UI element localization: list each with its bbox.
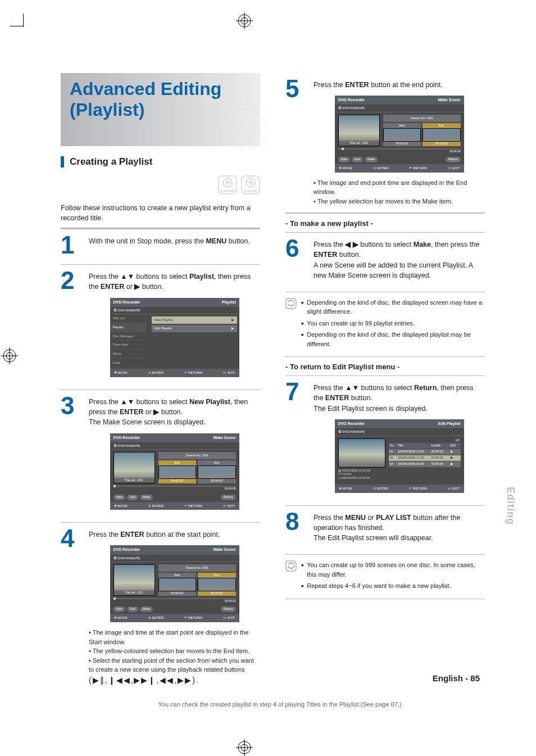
page-number: English - 85 bbox=[433, 673, 480, 683]
svg-rect-25 bbox=[286, 561, 296, 571]
step-number: 1 bbox=[61, 233, 89, 257]
svg-rect-24 bbox=[286, 298, 296, 309]
svg-point-14 bbox=[237, 120, 256, 139]
crop-mark bbox=[23, 13, 24, 27]
osd-make-scene: DVD-RecorderMake Scene ⦿ DVD-RAM(VR) Tit… bbox=[110, 433, 239, 510]
step-5: 5 Press the ENTER button at the end poin… bbox=[285, 73, 485, 212]
side-tab: Editing bbox=[505, 487, 516, 525]
registration-mark-icon bbox=[236, 12, 253, 29]
osd-playlist-menu: DVD-RecorderPlaylist ⦿ DVD-RAM(VR) Title… bbox=[110, 298, 239, 378]
svg-point-18 bbox=[226, 182, 229, 184]
note-block: ■You can create up to 999 scenes on one … bbox=[285, 554, 485, 599]
step-1: 1 With the unit in Stop mode, press the … bbox=[61, 229, 260, 264]
step-3: 3 Press the ▲▼ buttons to select New Pla… bbox=[61, 390, 260, 522]
intro-text: Follow these instructions to create a ne… bbox=[61, 203, 260, 223]
svg-point-22 bbox=[249, 182, 252, 184]
dvd-ram-badge-icon: DVD-RAM bbox=[218, 175, 237, 194]
osd-make-scene: DVD-RecorderMake Scene ⦿ DVD-RAM(VR) Tit… bbox=[335, 96, 464, 173]
step-4: 4 Press the ENTER button at the start po… bbox=[61, 522, 260, 692]
note-block: ■Depending on the kind of disc, the disp… bbox=[285, 292, 485, 357]
disc-icon bbox=[210, 93, 266, 150]
step-8: 8 Press the MENU or PLAY LIST button aft… bbox=[285, 505, 485, 550]
svg-point-17 bbox=[223, 178, 232, 187]
divider bbox=[285, 212, 485, 214]
title-line-1: Advanced Editing bbox=[70, 79, 221, 99]
step-7: 7 Press the ▲▼ buttons to select Return,… bbox=[285, 375, 485, 505]
step-6: 6 Press the ◀ ▶ buttons to select Make, … bbox=[285, 232, 485, 287]
osd-make-scene: DVD-RecorderMake Scene ⦿ DVD-RAM(VR) Tit… bbox=[110, 545, 239, 622]
svg-text:DVD-RAM: DVD-RAM bbox=[220, 189, 235, 193]
title-banner: Advanced Editing (Playlist) bbox=[61, 73, 260, 146]
transport-icons: (▶‖,❙◀◀,▶▶❙,◀◀,▶▶) bbox=[89, 676, 196, 685]
cross-reference: You can check the created playlist in st… bbox=[61, 701, 499, 708]
note-icon bbox=[285, 298, 297, 309]
step-number: 3 bbox=[61, 393, 89, 418]
step-2: 2 Press the ▲▼ buttons to select Playlis… bbox=[61, 264, 260, 390]
crop-mark bbox=[10, 26, 24, 26]
section-heading: Creating a Playlist bbox=[61, 156, 260, 168]
osd-edit-playlist: DVD-RecorderEdit Playlist ⦿ DVD-RAM(VR) … bbox=[335, 419, 464, 493]
dvd-rw-badge-icon: DVD-RW bbox=[241, 175, 260, 194]
registration-mark-icon bbox=[1, 347, 18, 364]
sub-heading-edit: - To return to Edit Playlist menu - bbox=[285, 363, 485, 371]
step-number: 2 bbox=[61, 268, 89, 293]
step-number: 7 bbox=[285, 379, 314, 404]
sub-heading-make: - To make a new playlist - bbox=[285, 219, 485, 228]
step-number: 6 bbox=[285, 236, 314, 261]
registration-mark-icon bbox=[236, 739, 253, 756]
step-number: 8 bbox=[285, 509, 314, 534]
svg-point-13 bbox=[226, 110, 266, 150]
step-number: 5 bbox=[285, 76, 314, 101]
step-number: 4 bbox=[61, 526, 89, 551]
note-icon bbox=[285, 560, 297, 572]
svg-text:DVD-RW: DVD-RW bbox=[244, 189, 257, 193]
title-line-2: (Playlist) bbox=[70, 99, 144, 120]
svg-point-12 bbox=[220, 104, 266, 150]
svg-point-21 bbox=[246, 178, 255, 187]
svg-point-15 bbox=[240, 124, 252, 135]
